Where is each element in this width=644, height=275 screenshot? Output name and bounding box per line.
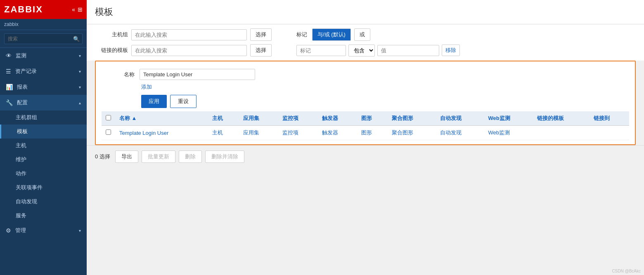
reset-button[interactable]: 重设 — [170, 95, 197, 108]
mass-update-button[interactable]: 批量更新 — [142, 150, 175, 163]
col-linked-to-header: 链接到 — [590, 111, 629, 126]
linked-template-select-button[interactable]: 选择 — [250, 44, 272, 56]
col-graphs-header: 图形 — [357, 111, 388, 126]
sidebar-subitem-label: 自动发现 — [16, 198, 37, 205]
main-content: 模板 主机组 选择 标记 与/或 (默认) 或 链接的模板 — [87, 0, 644, 275]
delete-button[interactable]: 删除 — [179, 150, 202, 163]
host-group-select-button[interactable]: 选择 — [250, 28, 272, 41]
admin-icon: ⚙ — [6, 227, 11, 234]
table-area: 名称 ▲ 主机 应用集 监控项 — [102, 111, 629, 140]
web-link[interactable]: Web监测 — [488, 129, 510, 136]
row-discovery-cell: 自动发现 — [436, 126, 484, 140]
tag-label: 标记 — [296, 31, 307, 38]
triggers-link[interactable]: 触发器 — [322, 129, 338, 136]
monitor-icon: 👁 — [6, 52, 12, 59]
search-input[interactable] — [4, 33, 83, 44]
apply-button[interactable]: 应用 — [141, 95, 167, 108]
collapse-icon[interactable]: « — [72, 6, 75, 13]
col-linked-templates-header: 链接的模板 — [533, 111, 590, 126]
watermark: CSDN @BcAkc — [612, 269, 641, 273]
host-group-input[interactable] — [131, 29, 247, 40]
linked-template-filter: 链接的模板 选择 — [95, 44, 272, 56]
export-button[interactable]: 导出 — [115, 150, 138, 163]
sidebar-item-host-groups[interactable]: 主机群组 — [0, 110, 87, 125]
col-apps-label: 应用集 — [243, 115, 259, 121]
tag-condition-select[interactable]: 包含 — [348, 45, 375, 56]
tag-value-input[interactable] — [377, 45, 439, 56]
filter-row-2: 链接的模板 选择 包含 移除 — [95, 44, 636, 56]
sidebar-item-actions[interactable]: 动作 — [0, 167, 87, 181]
col-screens-label: 聚合图形 — [392, 115, 413, 121]
sidebar-subitem-label: 动作 — [16, 170, 26, 177]
sidebar-item-templates[interactable]: 模板 — [0, 125, 87, 139]
sidebar-item-admin[interactable]: ⚙ 管理 ▾ — [0, 223, 87, 238]
tag-field-input[interactable] — [296, 45, 346, 56]
row-screens-cell: 聚合图形 — [388, 126, 436, 140]
sidebar-item-reports[interactable]: 📊 报表 ▾ — [0, 79, 87, 95]
sidebar-item-maintenance[interactable]: 维护 — [0, 153, 87, 167]
row-linked-templates-cell — [533, 126, 590, 140]
sidebar-item-label: 资产记录 — [15, 68, 75, 75]
chevron-down-icon: ▾ — [79, 69, 81, 74]
delete-clear-button[interactable]: 删除并清除 — [205, 150, 244, 163]
reports-icon: 📊 — [6, 84, 13, 90]
sidebar-header-icons: « ⊞ — [72, 6, 83, 13]
sidebar-item-discovery[interactable]: 自动发现 — [0, 195, 87, 209]
select-all-checkbox[interactable] — [106, 115, 111, 120]
sidebar-subitem-label: 服务 — [16, 212, 26, 219]
screens-link[interactable]: 聚合图形 — [392, 129, 413, 136]
sidebar-subitem-label: 主机 — [16, 142, 26, 149]
tag-or-button[interactable]: 或 — [354, 28, 370, 41]
template-name-link[interactable]: Template Login User — [119, 130, 168, 136]
name-input[interactable] — [140, 69, 255, 80]
templates-table: 名称 ▲ 主机 应用集 监控项 — [102, 111, 629, 140]
sidebar-item-hosts[interactable]: 主机 — [0, 139, 87, 153]
sidebar-subitem-label: 主机群组 — [16, 114, 37, 121]
chevron-down-icon: ▾ — [79, 85, 81, 89]
sidebar-header: ZABBIX « ⊞ — [0, 0, 87, 19]
col-discovery-header: 自动发现 — [436, 111, 484, 126]
add-tag-link[interactable]: 添加 — [141, 84, 152, 90]
sidebar-item-config[interactable]: 🔧 配置 ▴ — [0, 95, 87, 110]
col-name-label: 名称 ▲ — [119, 115, 137, 121]
sidebar-item-monitor[interactable]: 👁 监测 ▾ — [0, 48, 87, 63]
sidebar-item-services[interactable]: 服务 — [0, 209, 87, 223]
row-graphs-cell: 图形 — [357, 126, 388, 140]
page-title: 模板 — [95, 6, 636, 18]
sidebar-item-assets[interactable]: ☰ 资产记录 ▾ — [0, 63, 87, 79]
col-discovery-label: 自动发现 — [440, 115, 462, 121]
search-icon: 🔍 — [73, 36, 80, 42]
sidebar-item-label: 配置 — [17, 99, 75, 106]
hosts-link[interactable]: 主机 — [212, 129, 223, 136]
graphs-link[interactable]: 图形 — [361, 129, 372, 136]
sidebar-item-corr-events[interactable]: 关联项事件 — [0, 181, 87, 195]
tag-section: 标记 与/或 (默认) 或 — [296, 28, 370, 41]
row-checkbox[interactable] — [106, 129, 111, 135]
apps-link[interactable]: 应用集 — [243, 129, 259, 136]
col-name-header[interactable]: 名称 ▲ — [115, 111, 208, 126]
add-tag-area: 添加 — [141, 83, 629, 91]
host-group-filter: 主机组 选择 — [95, 28, 272, 41]
expand-icon[interactable]: ⊞ — [78, 6, 83, 13]
sidebar: ZABBIX « ⊞ zabbix 🔍 👁 监测 ▾ ☰ 资产记录 ▾ 📊 报表… — [0, 0, 87, 275]
items-link[interactable]: 监控项 — [282, 129, 298, 136]
col-hosts-label: 主机 — [212, 115, 223, 121]
col-web-label: Web监测 — [488, 115, 510, 121]
name-filter-row: 名称 — [102, 66, 629, 83]
col-graphs-label: 图形 — [361, 115, 372, 121]
row-hosts-cell: 主机 — [208, 126, 239, 140]
sidebar-subitem-label: 维护 — [16, 156, 26, 163]
tag-and-default-button[interactable]: 与/或 (默认) — [312, 28, 351, 41]
tag-remove-button[interactable]: 移除 — [442, 45, 460, 56]
row-items-cell: 监控项 — [278, 126, 317, 140]
chevron-down-icon: ▾ — [79, 54, 81, 58]
table-header: 名称 ▲ 主机 应用集 监控项 — [102, 111, 629, 126]
col-items-header: 监控项 — [278, 111, 317, 126]
select-all-header — [102, 111, 115, 126]
discovery-link[interactable]: 自动发现 — [440, 129, 462, 136]
zabbix-logo: ZABBIX — [4, 4, 43, 15]
sidebar-item-label: 管理 — [15, 227, 75, 234]
sidebar-user: zabbix — [0, 19, 87, 30]
table-row: Template Login User 主机 应用集 监控项 — [102, 126, 629, 140]
linked-template-input[interactable] — [131, 45, 247, 56]
